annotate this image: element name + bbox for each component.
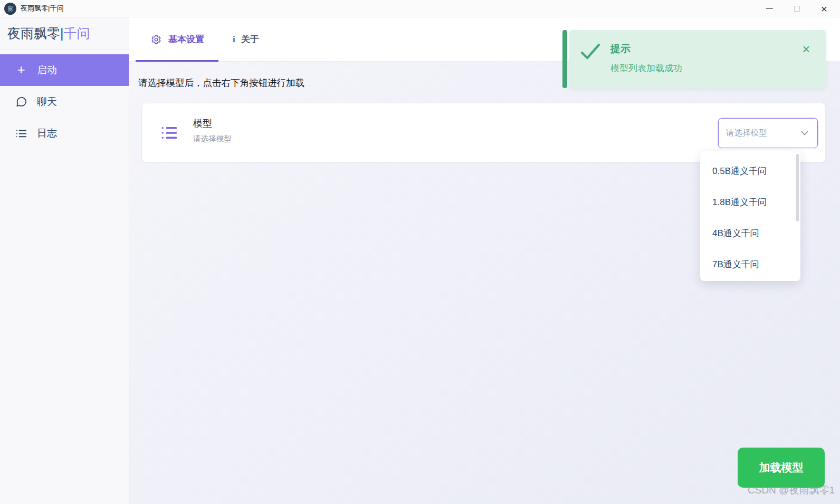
gear-icon bbox=[150, 33, 163, 46]
main-content: 请选择模型后，点击右下角按钮进行加载 模型 请选择模型 请选择模型 bbox=[129, 62, 840, 504]
close-icon: × bbox=[821, 3, 827, 14]
info-icon: i bbox=[233, 34, 235, 45]
titlebar: 夜雨飘零|千问 × bbox=[0, 0, 840, 17]
dropdown-option-4b[interactable]: 4B通义千问 bbox=[700, 218, 800, 249]
load-model-button[interactable]: 加载模型 bbox=[738, 448, 825, 488]
minimize-icon bbox=[766, 8, 773, 9]
tab-label: 基本设置 bbox=[168, 33, 204, 45]
sidebar-item-label: 启动 bbox=[37, 63, 57, 77]
app-window: 夜雨飘零|千问 × 夜雨飘零|千问 + 启动 bbox=[0, 0, 840, 504]
toast-message: 模型列表加载成功 bbox=[610, 62, 682, 74]
plus-icon: + bbox=[15, 64, 27, 76]
toast-title: 提示 bbox=[610, 42, 631, 56]
tab-basic-settings[interactable]: 基本设置 bbox=[136, 17, 218, 61]
sidebar-item-chat[interactable]: 聊天 bbox=[0, 86, 129, 118]
chat-bubble-icon bbox=[15, 95, 27, 108]
dropdown-option-0.5b[interactable]: 0.5B通义千问 bbox=[700, 156, 800, 187]
sidebar-nav: + 启动 聊天 日志 bbox=[0, 50, 129, 149]
sidebar: 夜雨飘零|千问 + 启动 聊天 bbox=[0, 17, 129, 504]
brand-primary: 夜雨飘零 bbox=[7, 25, 60, 42]
window-title: 夜雨飘零|千问 bbox=[21, 4, 63, 13]
maximize-button[interactable] bbox=[783, 0, 810, 17]
toast-close-icon[interactable]: × bbox=[802, 43, 810, 56]
chevron-down-icon bbox=[800, 129, 809, 138]
minimize-button[interactable] bbox=[756, 0, 783, 17]
dropdown-scrollbar-thumb[interactable] bbox=[796, 154, 799, 221]
dropdown-option-7b[interactable]: 7B通义千问 bbox=[700, 249, 800, 280]
model-card-title: 模型 bbox=[193, 117, 212, 130]
sidebar-item-label: 聊天 bbox=[37, 95, 57, 109]
model-select-placeholder: 请选择模型 bbox=[726, 128, 800, 139]
instruction-text: 请选择模型后，点击右下角按钮进行加载 bbox=[138, 76, 304, 89]
app-logo-icon bbox=[4, 3, 16, 15]
sidebar-item-logs[interactable]: 日志 bbox=[0, 118, 129, 149]
log-list-icon bbox=[15, 127, 27, 140]
model-card-subtitle: 请选择模型 bbox=[193, 134, 232, 144]
check-icon bbox=[580, 43, 601, 63]
model-list-icon bbox=[160, 124, 178, 142]
model-select[interactable]: 请选择模型 bbox=[718, 118, 818, 148]
dropdown-option-1.8b[interactable]: 1.8B通义千问 bbox=[700, 187, 800, 218]
close-window-button[interactable]: × bbox=[810, 0, 838, 17]
toast-notification: 提示 模型列表加载成功 × bbox=[562, 30, 826, 88]
model-dropdown-menu: 0.5B通义千问 1.8B通义千问 4B通义千问 7B通义千问 bbox=[700, 151, 800, 281]
toast-accent-bar bbox=[562, 30, 567, 88]
sidebar-item-launch[interactable]: + 启动 bbox=[0, 54, 129, 86]
maximize-icon bbox=[794, 6, 800, 12]
window-controls: × bbox=[756, 0, 838, 17]
brand-secondary: 千问 bbox=[64, 25, 90, 42]
brand: 夜雨飘零|千问 bbox=[0, 17, 129, 50]
sidebar-item-label: 日志 bbox=[37, 127, 57, 140]
tab-label: 关于 bbox=[241, 33, 259, 45]
toast-body: 提示 模型列表加载成功 × bbox=[569, 30, 826, 88]
tab-about[interactable]: i 关于 bbox=[218, 17, 273, 61]
